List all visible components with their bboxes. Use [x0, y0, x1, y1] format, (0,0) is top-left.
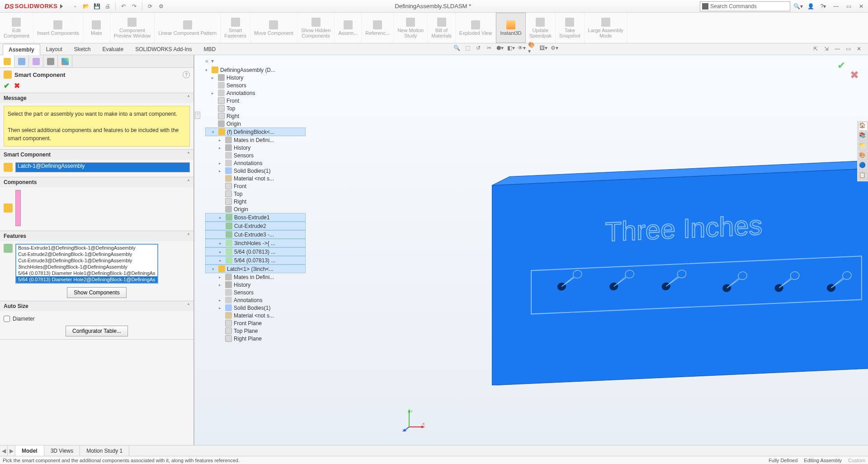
feature-list-item[interactable]: Boss-Extrude1@DefiningBlock-1@DefiningAs… — [16, 245, 157, 251]
tree-node[interactable]: ▸Mates in Defini... — [205, 273, 306, 281]
tree-node[interactable]: Sensors — [205, 152, 306, 159]
ribbon-show-hidden-components[interactable]: Show Hidden Components — [297, 13, 335, 43]
tree-node[interactable]: Material <not s... — [205, 175, 306, 182]
tree-node[interactable]: ▸Mates in Defini... — [205, 136, 306, 144]
rebuild-icon[interactable]: ⟳ — [145, 1, 155, 11]
tree-node[interactable]: Cut-Extrude2 — [205, 222, 306, 230]
tree-node[interactable]: ▸3inchHoles ->{ ... — [205, 239, 306, 247]
show-components-button[interactable]: Show Components — [67, 287, 126, 298]
tree-caret-icon[interactable]: ▸ — [219, 146, 223, 150]
feature-list-item[interactable]: 3inchHoles@DefiningBlock-1@DefiningAssem… — [16, 264, 157, 270]
zoom-area-icon[interactable]: ⬚ — [463, 43, 472, 52]
ribbon-tab-evaluate[interactable]: Evaluate — [96, 43, 129, 55]
btab-next-icon[interactable]: ▶ — [8, 445, 15, 456]
ribbon-exploded-view[interactable]: Exploded View — [456, 13, 496, 43]
feature-list-item[interactable]: Cut-Extrude2@DefiningBlock-1@DefiningAss… — [16, 251, 157, 257]
tree-node[interactable]: ▾Latch<1> (3inch<... — [205, 265, 306, 273]
ribbon-assem-[interactable]: Assem... — [335, 13, 362, 43]
ribbon-bill-of-materials[interactable]: Bill of Materials — [428, 13, 456, 43]
design-lib-icon[interactable]: 📚 — [859, 132, 868, 141]
bottom-tab-3d-views[interactable]: 3D Views — [44, 445, 80, 456]
tree-dropdown-icon[interactable]: ▾ — [211, 58, 214, 64]
smart-header[interactable]: Smart Component˄ — [0, 150, 193, 160]
ribbon-new-motion-study[interactable]: New Motion Study — [394, 13, 428, 43]
vp-min-icon[interactable]: — — [833, 44, 842, 53]
display-style-icon[interactable]: ◧▾ — [506, 43, 515, 52]
hide-show-icon[interactable]: 👁▾ — [517, 43, 526, 52]
vp-close-icon[interactable]: ✕ — [854, 44, 863, 53]
vp-collapse-icon[interactable]: ⇲ — [822, 44, 831, 53]
tree-caret-icon[interactable]: ▸ — [219, 306, 223, 310]
ribbon-tab-mbd[interactable]: MBD — [198, 43, 222, 55]
tree-node[interactable]: ▾DefiningAssembly (D... — [205, 66, 306, 74]
edit-appearance-icon[interactable]: 🎨▾ — [528, 43, 537, 52]
tree-node[interactable]: ▾(f) DefiningBlock<... — [205, 128, 306, 136]
feature-list-item[interactable]: 5/64 (0.07813) Diameter Hole2@DefiningBl… — [16, 276, 157, 283]
help-icon[interactable]: ?▾ — [818, 1, 828, 11]
vp-max-icon[interactable]: ▭ — [844, 44, 853, 53]
minimize-icon[interactable]: — — [831, 1, 841, 11]
vp-expand-icon[interactable]: ⇱ — [811, 44, 820, 53]
tree-node[interactable]: ▸Annotations — [205, 296, 306, 304]
tree-node[interactable]: Origin — [205, 205, 306, 213]
search-dropdown-icon[interactable]: 🔍▾ — [793, 1, 803, 11]
diameter-checkbox[interactable] — [4, 316, 10, 322]
feature-list-item[interactable]: Cut-Extrude3@DefiningBlock-1@DefiningAss… — [16, 257, 157, 264]
prop-tab-dim[interactable] — [43, 55, 58, 67]
new-icon[interactable]: ▫ — [70, 1, 80, 11]
prop-ok-button[interactable]: ✔ — [4, 81, 9, 90]
viewport-confirm-icon[interactable]: ✔ — [837, 60, 845, 71]
view-orient-icon[interactable]: ⬢▾ — [495, 43, 505, 52]
tree-caret-icon[interactable]: ▸ — [219, 250, 224, 254]
tree-node[interactable]: Material <not s... — [205, 312, 306, 319]
tree-node[interactable]: Sensors — [205, 289, 306, 296]
tree-caret-icon[interactable]: ▸ — [212, 76, 216, 80]
section-view-icon[interactable]: ✂ — [485, 43, 494, 52]
tree-node[interactable]: Right — [205, 112, 306, 120]
prop-tab-feature[interactable] — [0, 55, 14, 67]
tree-node[interactable]: ▸History — [205, 144, 306, 152]
open-icon[interactable]: 📂 — [81, 1, 91, 11]
tree-node[interactable]: Right — [205, 198, 306, 205]
bottom-tab-model[interactable]: Model — [15, 445, 44, 456]
ribbon-take-snapshot[interactable]: Take Snapshot — [556, 13, 584, 43]
print-icon[interactable]: 🖨 — [103, 1, 113, 11]
tree-caret-icon[interactable]: ▾ — [212, 267, 217, 271]
orientation-triad[interactable]: Y X Z — [402, 409, 425, 431]
model-block[interactable]: Three Inches — [484, 159, 868, 385]
tree-caret-icon[interactable]: ▸ — [219, 161, 223, 166]
tree-node[interactable]: ▸Solid Bodies(1) — [205, 167, 306, 175]
tree-node[interactable]: Front — [205, 182, 306, 190]
zoom-fit-icon[interactable]: 🔍 — [452, 43, 461, 52]
undo-icon[interactable]: ↶ — [118, 1, 128, 11]
user-icon[interactable]: 👤 — [806, 1, 816, 11]
tree-caret-icon[interactable]: ▸ — [219, 241, 224, 246]
appearances-icon[interactable]: 🔵 — [859, 161, 868, 170]
btab-prev-icon[interactable]: ◀ — [0, 445, 8, 456]
close-icon[interactable]: ✕ — [856, 1, 866, 11]
file-explorer-icon[interactable]: 📁 — [859, 142, 868, 151]
tree-caret-icon[interactable]: ▸ — [219, 283, 223, 287]
apply-scene-icon[interactable]: 🖼▾ — [539, 43, 548, 52]
tree-caret-icon[interactable]: ▾ — [212, 130, 217, 134]
components-header[interactable]: Components˄ — [0, 177, 193, 187]
logo-dropdown-icon[interactable] — [60, 4, 63, 9]
home-tab-icon[interactable]: 🏠 — [859, 122, 868, 131]
message-header[interactable]: Message˄ — [0, 93, 193, 103]
tree-collapse-arrow-icon[interactable]: « — [205, 58, 208, 64]
custom-props-icon[interactable]: 📋 — [859, 171, 868, 180]
prop-tab-config[interactable] — [14, 55, 29, 67]
tree-caret-icon[interactable]: ▸ — [219, 258, 224, 263]
ribbon-tab-assembly[interactable]: Assembly — [3, 44, 40, 55]
tree-node[interactable]: Origin — [205, 120, 306, 128]
tree-node[interactable]: Right Plane — [205, 335, 306, 342]
ribbon-component-preview-window[interactable]: Component Preview Window — [110, 13, 155, 43]
tree-node[interactable]: Front — [205, 97, 306, 104]
prop-help-icon[interactable]: ? — [183, 71, 190, 78]
features-header[interactable]: Features˄ — [0, 231, 193, 241]
tree-node[interactable]: ▸Boss-Extrude1 — [205, 213, 306, 222]
tree-node[interactable]: Cut-Extrude3 -... — [205, 230, 306, 239]
ribbon-tab-sketch[interactable]: Sketch — [68, 43, 97, 55]
feature-manager-tree[interactable]: « ▾ ▾DefiningAssembly (D...▸HistorySenso… — [203, 55, 307, 345]
tree-node[interactable]: Sensors — [205, 81, 306, 89]
